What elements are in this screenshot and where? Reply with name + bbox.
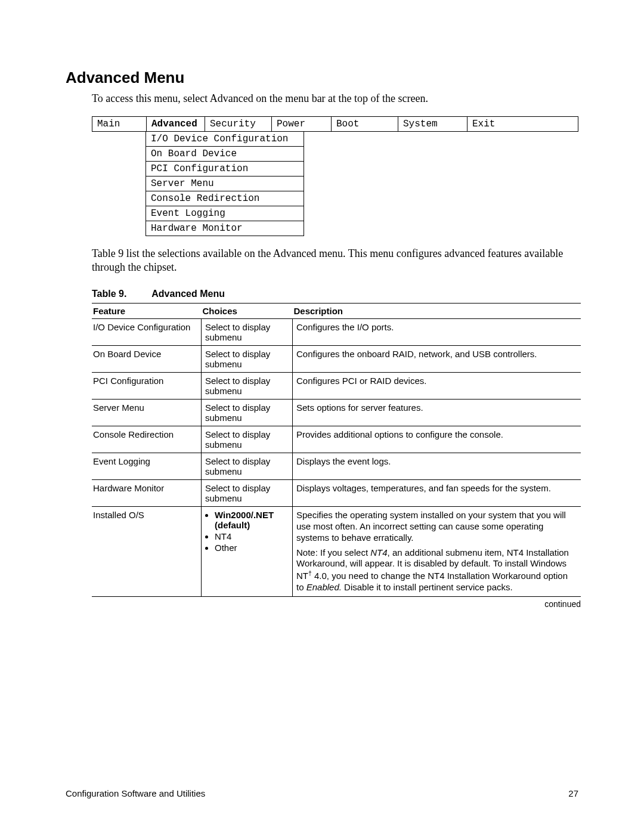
bios-menu-block: MainAdvancedSecurityPowerBootSystemExit … <box>92 116 578 236</box>
cell-feature: Console Redirection <box>92 426 202 453</box>
cell-description: Displays the event logs. <box>293 453 581 480</box>
table-continued-label: continued <box>92 599 581 609</box>
table-row: Server MenuSelect to display submenuSets… <box>92 400 581 426</box>
cell-description: Displays voltages, temperatures, and fan… <box>293 480 581 507</box>
cell-feature: I/O Device Configuration <box>92 319 202 346</box>
bios-advanced-submenu: I/O Device ConfigurationOn Board DeviceP… <box>145 132 304 236</box>
table-row: Installed O/SWin2000/.NET (default)NT4Ot… <box>92 507 581 596</box>
menu-bar-item: Exit <box>467 117 515 131</box>
submenu-item: I/O Device Configuration <box>146 132 304 147</box>
col-header-feature: Feature <box>92 304 202 319</box>
menu-bar-item: Boot <box>331 117 398 131</box>
table-row: Console RedirectionSelect to display sub… <box>92 426 581 453</box>
section-heading: Advanced Menu <box>66 69 578 87</box>
menu-bar-item: Power <box>271 117 331 131</box>
submenu-item: On Board Device <box>146 147 304 162</box>
cell-description: Sets options for server features. <box>293 400 581 426</box>
cell-description: Configures PCI or RAID devices. <box>293 373 581 400</box>
table-row: Event LoggingSelect to display submenuDi… <box>92 453 581 480</box>
choice-item: Other <box>215 543 289 553</box>
menu-bar-item: Main <box>92 117 146 131</box>
menu-bar-item: System <box>398 117 467 131</box>
cell-choices: Select to display submenu <box>202 373 293 400</box>
cell-choices: Select to display submenu <box>202 319 293 346</box>
cell-choices: Select to display submenu <box>202 426 293 453</box>
table-caption-title: Advanced Menu <box>151 289 225 299</box>
table-row: Hardware MonitorSelect to display submen… <box>92 480 581 507</box>
menu-bar-item: Advanced <box>146 117 205 131</box>
cell-description: Specifies the operating system installed… <box>293 507 581 596</box>
advanced-menu-table: Feature Choices Description I/O Device C… <box>92 303 581 596</box>
table-caption: Table 9. Advanced Menu <box>92 289 578 299</box>
col-header-choices: Choices <box>202 304 293 319</box>
cell-choices: Win2000/.NET (default)NT4Other <box>202 507 293 596</box>
table-row: On Board DeviceSelect to display submenu… <box>92 346 581 373</box>
menu-bar-item: Security <box>205 117 271 131</box>
cell-description: Configures the I/O ports. <box>293 319 581 346</box>
cell-description: Configures the onboard RAID, network, an… <box>293 346 581 373</box>
page-footer: Configuration Software and Utilities 27 <box>66 788 578 798</box>
bios-menu-bar: MainAdvancedSecurityPowerBootSystemExit <box>92 116 578 132</box>
cell-choices: Select to display submenu <box>202 346 293 373</box>
table-header-row: Feature Choices Description <box>92 304 581 319</box>
cell-feature: PCI Configuration <box>92 373 202 400</box>
cell-feature: Event Logging <box>92 453 202 480</box>
choice-item: Win2000/.NET (default) <box>215 510 289 530</box>
intro-paragraph: To access this menu, select Advanced on … <box>92 92 578 106</box>
submenu-item: Event Logging <box>146 206 304 221</box>
cell-feature: On Board Device <box>92 346 202 373</box>
footer-left: Configuration Software and Utilities <box>66 788 205 798</box>
cell-feature: Installed O/S <box>92 507 202 596</box>
table-reference-paragraph: Table 9 list the selections available on… <box>92 247 578 275</box>
page: Advanced Menu To access this menu, selec… <box>0 0 644 833</box>
footer-page-number: 27 <box>568 788 578 798</box>
col-header-description: Description <box>293 304 581 319</box>
submenu-item: Server Menu <box>146 176 304 191</box>
choice-item: NT4 <box>215 531 289 541</box>
cell-feature: Hardware Monitor <box>92 480 202 507</box>
submenu-item: PCI Configuration <box>146 162 304 176</box>
submenu-item: Console Redirection <box>146 191 304 206</box>
cell-choices: Select to display submenu <box>202 400 293 426</box>
cell-description: Provides additional options to configure… <box>293 426 581 453</box>
table-caption-number: Table 9. <box>92 289 126 299</box>
cell-choices: Select to display submenu <box>202 480 293 507</box>
table-row: PCI ConfigurationSelect to display subme… <box>92 373 581 400</box>
cell-feature: Server Menu <box>92 400 202 426</box>
submenu-item: Hardware Monitor <box>146 221 304 236</box>
table-row: I/O Device ConfigurationSelect to displa… <box>92 319 581 346</box>
cell-choices: Select to display submenu <box>202 453 293 480</box>
